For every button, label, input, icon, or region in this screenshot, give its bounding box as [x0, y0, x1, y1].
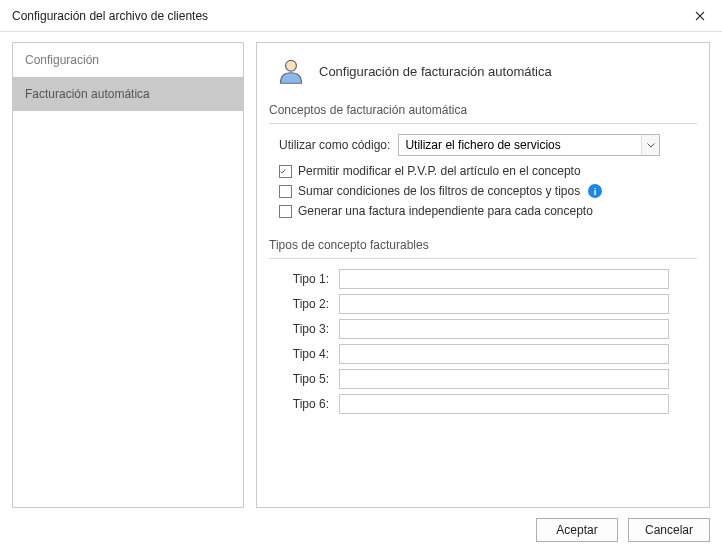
type-row: Tipo 5: — [279, 369, 697, 389]
titlebar: Configuración del archivo de clientes — [0, 0, 722, 32]
cancel-button[interactable]: Cancelar — [628, 518, 710, 542]
check-icon — [280, 166, 286, 177]
panel-title: Configuración de facturación automática — [319, 64, 552, 79]
type-5-input[interactable] — [339, 369, 669, 389]
type-3-input[interactable] — [339, 319, 669, 339]
type-label: Tipo 6: — [279, 397, 329, 411]
sidebar-item-label: Facturación automática — [25, 87, 150, 101]
type-6-input[interactable] — [339, 394, 669, 414]
types-grid: Tipo 1: Tipo 2: Tipo 3: Tipo 4: Tipo 5: … — [279, 269, 697, 419]
checkbox-label: Sumar condiciones de los filtros de conc… — [298, 184, 580, 198]
type-1-input[interactable] — [339, 269, 669, 289]
user-icon — [277, 57, 305, 85]
checkbox-allow-modify-pvp[interactable] — [279, 165, 292, 178]
type-row: Tipo 6: — [279, 394, 697, 414]
type-row: Tipo 4: — [279, 344, 697, 364]
use-as-code-select[interactable]: Utilizar el fichero de servicios — [398, 134, 660, 156]
type-label: Tipo 5: — [279, 372, 329, 386]
panel-header: Configuración de facturación automática — [269, 53, 697, 97]
checkbox-independent-invoice[interactable] — [279, 205, 292, 218]
svg-point-0 — [286, 60, 297, 71]
accept-button[interactable]: Aceptar — [536, 518, 618, 542]
checkbox-independent-invoice-row: Generar una factura independiente para c… — [279, 204, 697, 218]
dialog-footer: Aceptar Cancelar — [0, 508, 722, 542]
type-row: Tipo 2: — [279, 294, 697, 314]
window-title: Configuración del archivo de clientes — [12, 9, 208, 23]
checkbox-label: Permitir modificar el P.V.P. del artícul… — [298, 164, 581, 178]
dialog-body: Configuración Facturación automática Con… — [0, 32, 722, 508]
close-button[interactable] — [678, 0, 722, 32]
type-label: Tipo 3: — [279, 322, 329, 336]
sidebar-item-configuracion[interactable]: Configuración — [13, 43, 243, 77]
type-2-input[interactable] — [339, 294, 669, 314]
type-row: Tipo 3: — [279, 319, 697, 339]
type-4-input[interactable] — [339, 344, 669, 364]
use-as-code-select-wrap: Utilizar el fichero de servicios — [398, 134, 660, 156]
type-row: Tipo 1: — [279, 269, 697, 289]
sidebar: Configuración Facturación automática — [12, 42, 244, 508]
type-label: Tipo 1: — [279, 272, 329, 286]
type-label: Tipo 4: — [279, 347, 329, 361]
type-label: Tipo 2: — [279, 297, 329, 311]
checkbox-label: Generar una factura independiente para c… — [298, 204, 593, 218]
checkbox-sum-conditions-row: Sumar condiciones de los filtros de conc… — [279, 184, 697, 198]
sidebar-item-facturacion-automatica[interactable]: Facturación automática — [13, 77, 243, 111]
group-title-conceptos: Conceptos de facturación automática — [269, 97, 697, 124]
close-icon — [695, 11, 705, 21]
info-icon[interactable]: i — [588, 184, 602, 198]
main-panel: Configuración de facturación automática … — [256, 42, 710, 508]
use-as-code-row: Utilizar como código: Utilizar el ficher… — [279, 134, 697, 156]
checkbox-sum-conditions[interactable] — [279, 185, 292, 198]
checkbox-allow-modify-pvp-row: Permitir modificar el P.V.P. del artícul… — [279, 164, 697, 178]
use-as-code-label: Utilizar como código: — [279, 138, 390, 152]
group-title-tipos: Tipos de concepto facturables — [269, 232, 697, 259]
sidebar-item-label: Configuración — [25, 53, 99, 67]
